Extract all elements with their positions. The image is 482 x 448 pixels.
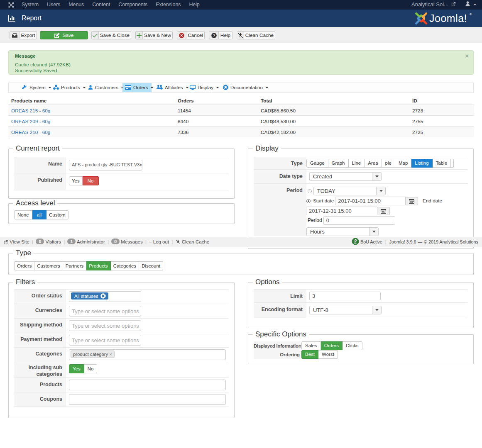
svg-text:®: ® bbox=[470, 12, 472, 16]
svg-text:Joomla!: Joomla! bbox=[429, 12, 467, 24]
svg-text:?: ? bbox=[213, 33, 215, 37]
